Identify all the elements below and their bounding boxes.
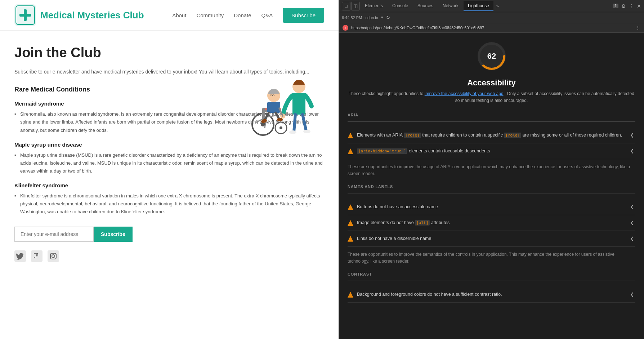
aria-item-2-expand-icon[interactable]: ❮ [629,148,635,154]
nav-about[interactable]: About [172,12,186,18]
svg-rect-7 [37,254,38,256]
subscribe-area: Subscribe [14,227,324,242]
score-area: 62 [348,40,635,72]
aria-item-1[interactable]: Elements with an ARIA [role] that requir… [348,128,635,143]
main-subscribe-button[interactable]: Subscribe [94,227,133,242]
tab-console[interactable]: Console [388,1,412,11]
aria-divider [348,121,635,122]
accessibility-desc: These checks highlight opportunities to … [348,90,635,104]
inspect-icon-btn[interactable]: □ [342,2,350,10]
device-icon-btn[interactable]: ◫ [351,2,360,10]
names-section-desc: These are opportunities to improve the s… [348,251,635,265]
names-item-1-expand-icon[interactable]: ❮ [629,204,635,210]
nav-community[interactable]: Community [196,12,224,18]
names-item-3-text: Links do not have a discernible name [357,235,625,242]
hero-illustration [223,52,324,144]
alt-code: [alt] [415,220,430,226]
svg-point-27 [289,130,296,134]
nav-qa[interactable]: Q&A [261,12,273,18]
svg-rect-3 [19,14,31,17]
names-item-2[interactable]: Image elements do not have [alt] attribu… [348,215,635,231]
devtools-tabs-bar: □ ◫ Elements Console Sources Network Lig… [339,0,644,12]
svg-text:62: 62 [487,52,496,61]
url-more-options-icon[interactable]: ⋮ [635,25,640,31]
devtools-security-row: ! https://cdpn.io/pen/debug/KKebGwO/0d8e… [339,23,644,33]
logo-area: Medical Mysteries Club [14,4,172,26]
close-devtools-icon[interactable]: ✕ [637,3,641,9]
devtools-right-icons: 1 ⚙ ⋮ ✕ [613,3,641,9]
aria-warning-icon-2 [348,148,353,154]
contrast-divider [348,281,635,281]
tab-lighthouse[interactable]: Lighthouse [464,1,493,11]
contrast-item-1-text: Background and foreground colors do not … [357,291,625,298]
condition-2: Maple syrup urine disease Maple syrup ur… [14,142,324,175]
names-warning-icon-1 [348,204,353,210]
security-warning-icon: ! [343,25,348,31]
full-url-display: https://cdpn.io/pen/debug/KKebGwO/0d8ee1… [351,26,632,30]
devtools-panel: □ ◫ Elements Console Sources Network Lig… [339,0,644,339]
names-item-1[interactable]: Buttons do not have an accessible name ❮ [348,199,635,215]
aria-item-1-text: Elements with an ARIA [role] that requir… [357,132,625,139]
accessibility-link[interactable]: improve the accessibility of your web ap… [425,91,504,96]
aria-section-desc: These are opportunities to improve the u… [348,164,635,177]
tab-network[interactable]: Network [438,1,463,11]
aria-hidden-code: [aria-hidden="true"] [357,148,407,154]
condition-3: Klinefelter syndrome Klinefelter syndrom… [14,182,324,216]
nav-links: About Community Donate Q&A Subscribe [172,8,324,23]
names-item-3[interactable]: Links do not have a discernible name ❮ [348,231,635,247]
contrast-item-1[interactable]: Background and foreground colors do not … [348,287,635,303]
social-icons [14,250,324,262]
aria-code-role-2: [role] [504,133,521,138]
accessibility-title: Accessibility [348,78,635,88]
aria-item-1-expand-icon[interactable]: ❮ [629,132,635,138]
svg-point-15 [279,126,282,129]
refresh-icon[interactable]: ↻ [386,15,390,20]
aria-item-2[interactable]: [aria-hidden="true"] elements contain fo… [348,143,635,159]
site-logo-icon [14,4,36,26]
names-item-1-text: Buttons do not have an accessible name [357,204,625,210]
names-item-2-expand-icon[interactable]: ❮ [629,219,635,226]
website-panel: Medical Mysteries Club About Community D… [0,0,339,339]
settings-icon[interactable]: ⚙ [621,3,626,9]
names-warning-icon-2 [348,220,353,226]
svg-rect-21 [267,102,280,113]
accessibility-desc-prefix: These checks highlight opportunities to [349,91,425,96]
svg-point-11 [55,254,55,255]
twitch-icon[interactable] [31,250,43,262]
contrast-section-title: CONTRAST [348,272,635,276]
more-options-icon[interactable]: ⋮ [629,3,634,9]
names-labels-section: NAMES AND LABELS Buttons do not have an … [348,184,635,246]
tab-elements[interactable]: Elements [361,1,387,11]
svg-rect-6 [36,254,37,256]
aria-warning-icon-1 [348,133,353,138]
badge-count: 1 [613,4,618,8]
names-item-2-text: Image elements do not have [alt] attribu… [357,219,625,226]
more-tabs-icon[interactable]: » [494,2,501,10]
aria-section-title: ARIA [348,113,635,117]
names-item-3-expand-icon[interactable]: ❮ [629,235,635,242]
svg-point-28 [303,130,310,133]
tab-sources[interactable]: Sources [413,1,438,11]
devtools-time: 6:44:52 PM · cdpn.io [342,15,378,20]
names-labels-title: NAMES AND LABELS [348,184,635,189]
condition-2-text: Maple syrup urine disease (MSUD) is a ra… [14,151,324,175]
nav-donate[interactable]: Donate [234,12,251,18]
contrast-warning-icon-1 [348,292,353,298]
names-warning-icon-3 [348,236,353,242]
email-input[interactable] [14,227,94,242]
aria-item-2-text: [aria-hidden="true"] elements contain fo… [357,148,625,155]
url-dropdown-icon[interactable]: ▾ [381,15,383,20]
contrast-item-1-expand-icon[interactable]: ❮ [629,291,635,298]
site-header: Medical Mysteries Club About Community D… [0,0,339,31]
aria-section: ARIA Elements with an ARIA [role] that r… [348,113,635,159]
twitter-icon[interactable] [14,250,26,262]
condition-3-text: Klinefelter syndrome is a chromosomal va… [14,192,324,216]
contrast-section: CONTRAST Background and foreground color… [348,272,635,303]
instagram-icon[interactable] [48,250,59,262]
lighthouse-content: 62 Accessibility These checks highlight … [339,33,644,339]
aria-code-role-1: [role] [404,133,421,138]
header-subscribe-button[interactable]: Subscribe [283,8,324,23]
condition-3-title: Klinefelter syndrome [14,182,324,188]
score-circle-svg: 62 [475,40,508,72]
devtools-url-bar: 6:44:52 PM · cdpn.io ▾ ↻ [339,12,644,23]
